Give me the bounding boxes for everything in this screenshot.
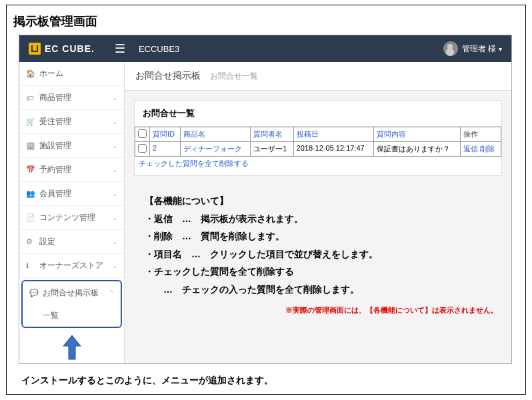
panel-title: お問合せ一覧 bbox=[135, 101, 501, 127]
sidebar-item-label: 会員管理 bbox=[39, 188, 71, 199]
sidebar-subitem-list[interactable]: 一覧 bbox=[23, 305, 121, 327]
logo-icon bbox=[29, 43, 41, 55]
sidebar: 🏠ホーム🏷商品管理⌄🛒受注管理⌄🏢施設管理⌄📅予約管理⌄👥会員管理⌄📄コンテンツ… bbox=[19, 62, 125, 363]
feature-line: … チェックの入った質問を全て削除します。 bbox=[145, 281, 491, 299]
sidebar-item-label: オーナーズストア bbox=[39, 260, 103, 271]
chevron-down-icon: ⌄ bbox=[112, 166, 117, 173]
col-header[interactable]: 商品名 bbox=[180, 127, 251, 142]
chevron-down-icon: ⌄ bbox=[112, 190, 117, 197]
speech-icon: 💬 bbox=[29, 289, 39, 297]
feature-notes: 【各機能について】 ・返信 … 掲示板が表示されます。・削除 … 質問を削除しま… bbox=[125, 185, 511, 305]
sidebar-icon: 👥 bbox=[26, 189, 35, 198]
sidebar-item-label: 施設管理 bbox=[39, 140, 71, 151]
user-menu[interactable]: 管理者 様 ▾ bbox=[443, 41, 511, 56]
sidebar-icon: 🏠 bbox=[26, 69, 35, 78]
sidebar-icon: 🏷 bbox=[26, 94, 35, 102]
delete-link[interactable]: 削除 bbox=[480, 145, 495, 153]
col-header[interactable]: 投稿日 bbox=[293, 127, 374, 142]
chevron-down-icon: ▾ bbox=[499, 45, 502, 53]
sidebar-item-5[interactable]: 👥会員管理⌄ bbox=[19, 182, 124, 206]
callout-arrow bbox=[19, 330, 124, 363]
logo: EC CUBE. bbox=[19, 43, 107, 55]
inquiry-panel: お問合せ一覧 質問ID商品名質問者名投稿日質問内容操作 2 ディナーフォーク ユ… bbox=[134, 100, 502, 176]
app-frame: EC CUBE. ☰ ECCUBE3 管理者 様 ▾ 🏠ホーム🏷商品管理⌄🛒受注… bbox=[19, 35, 512, 364]
col-header[interactable]: 質問ID bbox=[150, 127, 181, 142]
sidebar-item-7[interactable]: ⚙設定⌄ bbox=[19, 230, 124, 254]
sidebar-item-label: 設定 bbox=[39, 236, 55, 247]
sidebar-item-inquiry-board[interactable]: 💬 お問合せ掲示板 ⌃ bbox=[23, 281, 121, 305]
sidebar-item-label: お問合せ掲示板 bbox=[43, 287, 99, 299]
logo-text: EC CUBE. bbox=[45, 43, 95, 54]
delete-all-link[interactable]: チェックした質問を全て削除する bbox=[135, 157, 501, 175]
sidebar-item-label: 予約管理 bbox=[39, 164, 71, 175]
breadcrumb: お問合せ掲示板 お問合せ一覧 bbox=[125, 62, 511, 91]
sidebar-item-2[interactable]: 🛒受注管理⌄ bbox=[19, 110, 124, 134]
inquiry-table: 質問ID商品名質問者名投稿日質問内容操作 2 ディナーフォーク ユーザー1 20… bbox=[135, 127, 501, 157]
bottom-caption: インストールするとこのように、メニューが追加されます。 bbox=[7, 369, 525, 387]
feature-heading: 【各機能について】 bbox=[145, 192, 491, 210]
page-heading: 掲示板管理画面 bbox=[7, 5, 525, 35]
sidebar-item-label: 受注管理 bbox=[39, 116, 71, 127]
cell-ops: 返信 削除 bbox=[460, 142, 501, 157]
sidebar-icon: 🛒 bbox=[26, 117, 35, 126]
breadcrumb-main: お問合せ掲示板 bbox=[135, 70, 201, 81]
sidebar-icon: ℹ bbox=[26, 261, 35, 270]
hamburger-icon[interactable]: ☰ bbox=[107, 41, 133, 56]
chevron-down-icon: ⌄ bbox=[112, 142, 117, 149]
feature-line: ・返信 … 掲示板が表示されます。 bbox=[145, 210, 491, 228]
feature-line: ・削除 … 質問を削除します。 bbox=[145, 227, 491, 245]
sidebar-item-8[interactable]: ℹオーナーズストア⌄ bbox=[19, 254, 124, 278]
sidebar-item-label: ホーム bbox=[39, 68, 63, 79]
feature-line: ・チェックした質問を全て削除する bbox=[145, 263, 491, 281]
sidebar-item-1[interactable]: 🏷商品管理⌄ bbox=[19, 86, 124, 110]
feature-warning: ※実際の管理画面には、【各機能について】は表示されません。 bbox=[125, 305, 511, 321]
col-header: 操作 bbox=[460, 127, 501, 142]
sidebar-icon: ⚙ bbox=[26, 237, 35, 246]
sidebar-highlight: 💬 お問合せ掲示板 ⌃ 一覧 bbox=[21, 280, 122, 328]
topnav-title: ECCUBE3 bbox=[139, 44, 179, 54]
select-all-checkbox[interactable] bbox=[138, 129, 147, 138]
col-checkbox bbox=[135, 127, 150, 142]
table-row: 2 ディナーフォーク ユーザー1 2018-12-05 12:17:47 保証書… bbox=[135, 142, 501, 157]
reply-link[interactable]: 返信 bbox=[463, 145, 478, 153]
chevron-down-icon: ⌄ bbox=[112, 262, 117, 269]
sidebar-item-4[interactable]: 📅予約管理⌄ bbox=[19, 158, 124, 182]
sidebar-item-label: コンテンツ管理 bbox=[39, 212, 95, 223]
cell-content: 保証書はありますか？ bbox=[374, 142, 460, 157]
main-content: お問合せ掲示板 お問合せ一覧 お問合せ一覧 質問ID商品名質問者名投稿日質問内容… bbox=[125, 62, 511, 363]
chevron-down-icon: ⌄ bbox=[112, 214, 117, 221]
sidebar-icon: 📄 bbox=[26, 213, 35, 222]
sidebar-item-6[interactable]: 📄コンテンツ管理⌄ bbox=[19, 206, 124, 230]
sidebar-item-3[interactable]: 🏢施設管理⌄ bbox=[19, 134, 124, 158]
chevron-down-icon: ⌄ bbox=[112, 238, 117, 245]
col-header[interactable]: 質問者名 bbox=[251, 127, 293, 142]
chevron-down-icon: ⌄ bbox=[112, 118, 117, 125]
cell-id[interactable]: 2 bbox=[153, 144, 157, 152]
topbar: EC CUBE. ☰ ECCUBE3 管理者 様 ▾ bbox=[19, 35, 511, 62]
col-header[interactable]: 質問内容 bbox=[374, 127, 460, 142]
chevron-up-icon: ⌃ bbox=[109, 289, 114, 297]
sidebar-icon: 🏢 bbox=[26, 141, 35, 150]
breadcrumb-sub: お問合せ一覧 bbox=[210, 71, 258, 81]
cell-author: ユーザー1 bbox=[251, 142, 293, 157]
avatar-icon bbox=[443, 41, 458, 56]
row-checkbox[interactable] bbox=[138, 144, 147, 153]
sidebar-icon: 📅 bbox=[26, 165, 35, 174]
feature-line: ・項目名 … クリックした項目で並び替えをします。 bbox=[145, 245, 491, 263]
chevron-down-icon: ⌄ bbox=[112, 94, 117, 101]
cell-date: 2018-12-05 12:17:47 bbox=[293, 142, 374, 157]
sidebar-item-0[interactable]: 🏠ホーム bbox=[19, 62, 124, 86]
sidebar-item-label: 商品管理 bbox=[39, 92, 71, 103]
cell-product[interactable]: ディナーフォーク bbox=[183, 145, 242, 153]
user-name: 管理者 様 bbox=[462, 43, 496, 55]
